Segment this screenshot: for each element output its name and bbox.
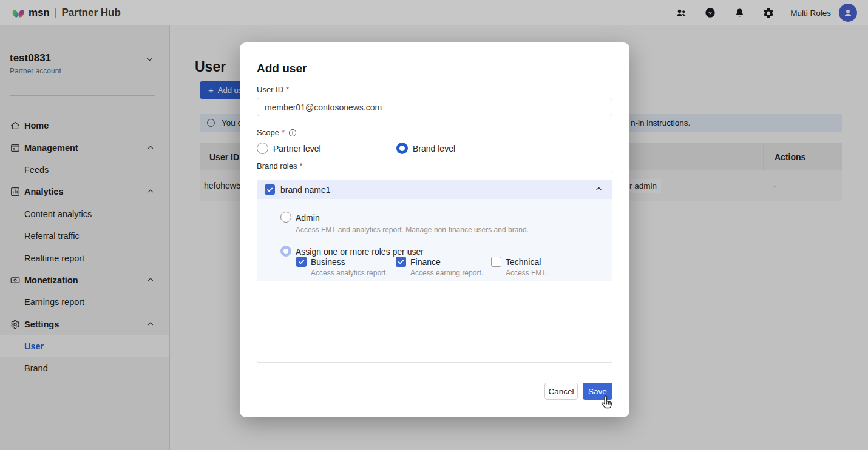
user-id-label: User ID * — [257, 85, 289, 94]
business-checkbox-row[interactable]: Business — [296, 257, 388, 267]
cancel-button[interactable]: Cancel — [544, 383, 578, 400]
admin-radio-unselected[interactable] — [280, 212, 291, 223]
roles-panel: Admin Access FMT and analytics report. M… — [257, 199, 612, 281]
scope-label: Scope * — [257, 128, 297, 137]
assign-radio-selected[interactable] — [280, 246, 291, 257]
radio-circle-selected[interactable] — [396, 143, 408, 154]
chevron-up-icon[interactable] — [595, 184, 603, 195]
brand-checkbox-checked[interactable] — [265, 184, 275, 195]
finance-checkbox-checked[interactable] — [396, 257, 406, 267]
check-icon — [266, 186, 273, 193]
dialog-title: Add user — [257, 62, 307, 75]
user-id-input[interactable]: member01@contosonews.com — [257, 98, 612, 116]
radio-circle-unselected[interactable] — [257, 143, 268, 154]
scope-label-text: Scope — [257, 128, 279, 137]
radio-label: Brand level — [413, 144, 455, 153]
role-label: Business — [311, 257, 345, 267]
user-id-label-text: User ID — [257, 85, 283, 94]
admin-label[interactable]: Admin — [296, 213, 320, 223]
admin-description: Access FMT and analytics report. Manage … — [296, 226, 529, 234]
role-label: Finance — [410, 257, 441, 267]
info-icon[interactable] — [288, 129, 297, 137]
role-business: Business Access analytics report. — [296, 257, 388, 277]
role-description: Access earning report. — [410, 269, 483, 277]
technical-checkbox-row[interactable]: Technical — [491, 257, 548, 267]
brand-roles-label-text: Brand roles — [257, 161, 297, 170]
required-asterisk: * — [286, 85, 289, 94]
check-icon — [298, 258, 305, 265]
required-asterisk: * — [282, 128, 285, 137]
radio-brand-level[interactable]: Brand level — [396, 143, 455, 154]
finance-checkbox-row[interactable]: Finance — [396, 257, 483, 267]
brand-row[interactable]: brand name1 — [257, 180, 612, 199]
brand-roles-label: Brand roles * — [257, 161, 303, 170]
radio-partner-level[interactable]: Partner level — [257, 143, 321, 154]
assign-label[interactable]: Assign one or more roles per user — [296, 247, 424, 257]
role-description: Access analytics report. — [311, 269, 388, 277]
business-checkbox-checked[interactable] — [296, 257, 307, 267]
brand-roles-listbox: brand name1 Admin Access FMT and analyti… — [257, 172, 612, 363]
radio-label: Partner level — [273, 144, 321, 153]
save-button[interactable]: Save — [583, 383, 612, 400]
brand-name: brand name1 — [280, 185, 331, 195]
add-user-dialog: Add user User ID * member01@contosonews.… — [240, 42, 629, 417]
role-description: Access FMT. — [506, 269, 548, 277]
check-icon — [398, 258, 404, 265]
role-technical: Technical Access FMT. — [491, 257, 548, 277]
role-label: Technical — [506, 257, 541, 267]
required-asterisk: * — [299, 161, 302, 170]
user-id-value: member01@contosonews.com — [265, 102, 382, 112]
scope-radio-group: Partner level Brand level — [257, 143, 612, 155]
role-finance: Finance Access earning report. — [396, 257, 483, 277]
technical-checkbox-unchecked[interactable] — [491, 257, 501, 267]
